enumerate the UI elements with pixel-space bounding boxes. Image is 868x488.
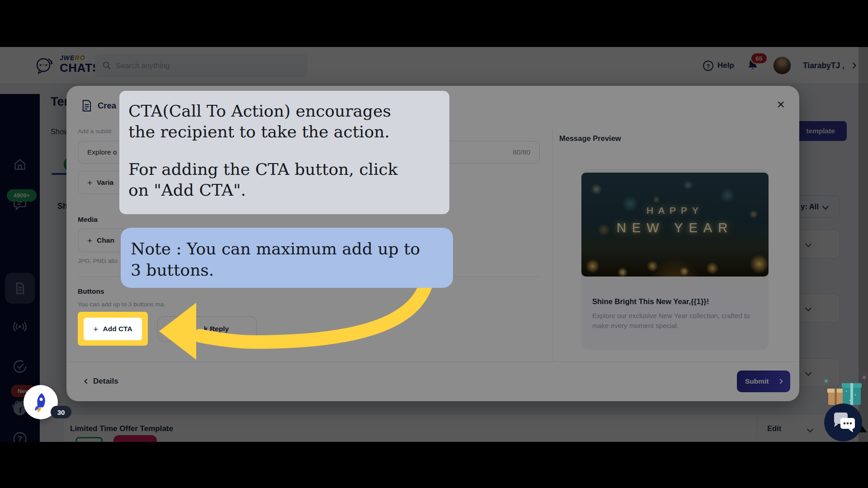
- sparkle-icon: ✳: [824, 378, 829, 385]
- tutorial-tooltip-note: Note : You can maximum add up to 3 butto…: [121, 228, 453, 288]
- add-cta-spotlight: + Add CTA: [78, 312, 148, 346]
- add-cta-button[interactable]: + Add CTA: [84, 318, 142, 340]
- letterbox-bottom: [0, 442, 868, 488]
- gift-illustration: ✳ ✳: [826, 377, 866, 407]
- chat-widget-fab[interactable]: [824, 404, 862, 441]
- assistant-count-badge: 30: [51, 406, 71, 418]
- plus-icon: +: [93, 325, 98, 333]
- tutorial-tooltip-cta: CTA(Call To Action) encourages the recip…: [119, 91, 449, 214]
- sparkle-icon: ✳: [862, 374, 867, 381]
- gift-bow: [846, 376, 856, 382]
- chat-bubbles-icon: [824, 404, 862, 441]
- screen: JWERO CHATS Search anything ? Help: [0, 0, 868, 488]
- gift-box-teal: [843, 383, 861, 405]
- gift-box-tan: [828, 389, 844, 405]
- letterbox-top: [0, 0, 868, 47]
- add-cta-label: Add CTA: [103, 325, 132, 333]
- rocket-icon: [31, 391, 51, 413]
